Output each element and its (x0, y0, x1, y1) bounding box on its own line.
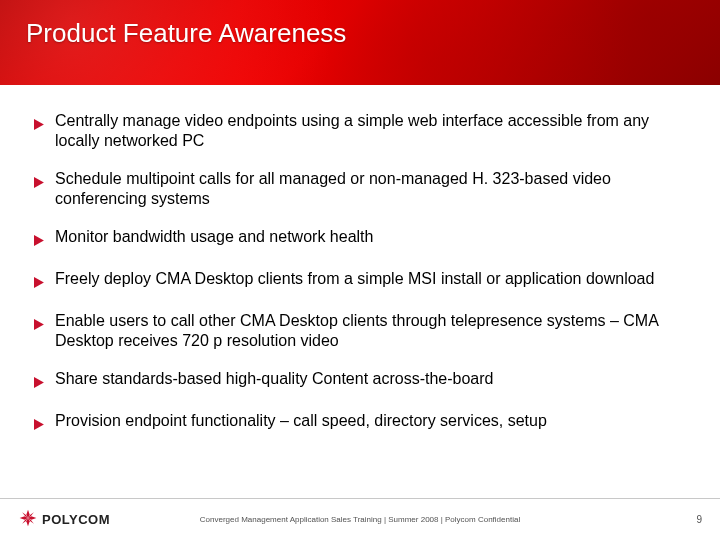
list-item: Freely deploy CMA Desktop clients from a… (34, 269, 686, 293)
list-item: Monitor bandwidth usage and network heal… (34, 227, 686, 251)
brand-logo: POLYCOM (18, 508, 110, 532)
list-item: Centrally manage video endpoints using a… (34, 111, 686, 151)
polycom-logo-icon (18, 508, 38, 532)
triangle-bullet-icon (34, 231, 45, 251)
list-item: Provision endpoint functionality – call … (34, 411, 686, 435)
bullet-text: Share standards-based high-quality Conte… (55, 369, 686, 389)
brand-name: POLYCOM (42, 512, 110, 527)
bullet-list: Centrally manage video endpoints using a… (34, 111, 686, 435)
slide: Product Feature Awareness Centrally mana… (0, 0, 720, 540)
svg-marker-5 (34, 377, 44, 388)
slide-body: Centrally manage video endpoints using a… (0, 85, 720, 498)
svg-marker-0 (34, 119, 44, 130)
list-item: Share standards-based high-quality Conte… (34, 369, 686, 393)
footer-confidential: Converged Management Application Sales T… (200, 515, 520, 524)
triangle-bullet-icon (34, 415, 45, 435)
list-item: Schedule multipoint calls for all manage… (34, 169, 686, 209)
triangle-bullet-icon (34, 315, 45, 335)
bullet-text: Schedule multipoint calls for all manage… (55, 169, 686, 209)
page-number: 9 (696, 514, 702, 525)
bullet-text: Freely deploy CMA Desktop clients from a… (55, 269, 686, 289)
triangle-bullet-icon (34, 173, 45, 193)
bullet-text: Provision endpoint functionality – call … (55, 411, 686, 431)
triangle-bullet-icon (34, 373, 45, 393)
bullet-text: Monitor bandwidth usage and network heal… (55, 227, 686, 247)
slide-footer: POLYCOM Converged Management Application… (0, 498, 720, 540)
slide-title: Product Feature Awareness (26, 18, 346, 49)
svg-marker-2 (34, 235, 44, 246)
svg-marker-4 (34, 319, 44, 330)
list-item: Enable users to call other CMA Desktop c… (34, 311, 686, 351)
svg-marker-6 (34, 419, 44, 430)
bullet-text: Centrally manage video endpoints using a… (55, 111, 686, 151)
bullet-text: Enable users to call other CMA Desktop c… (55, 311, 686, 351)
triangle-bullet-icon (34, 273, 45, 293)
svg-marker-1 (34, 177, 44, 188)
slide-header: Product Feature Awareness (0, 0, 720, 85)
svg-marker-3 (34, 277, 44, 288)
triangle-bullet-icon (34, 115, 45, 135)
